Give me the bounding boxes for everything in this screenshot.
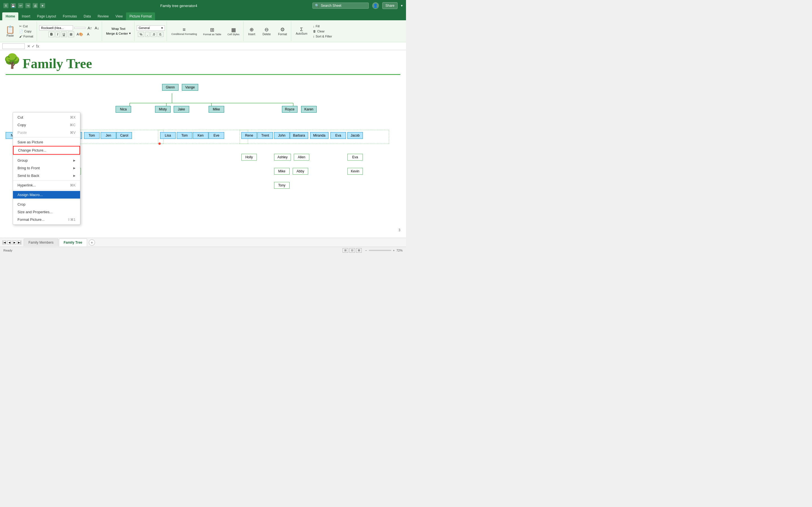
- cut-button[interactable]: ✂ Cut: [17, 24, 35, 29]
- add-sheet-button[interactable]: +: [89, 239, 95, 245]
- insert-cells-button[interactable]: ⊕ Insert: [246, 25, 257, 37]
- context-hyperlink[interactable]: Hyperlink... ⌘K: [13, 181, 80, 189]
- name-box[interactable]: Picture 1: [2, 43, 25, 49]
- tab-first-btn[interactable]: |◀: [2, 240, 6, 244]
- family-tree-title: Family Tree: [22, 56, 400, 71]
- tab-picture-format[interactable]: Picture Format: [126, 12, 155, 20]
- font-size-dropdown[interactable]: [74, 27, 86, 29]
- tab-page-layout[interactable]: Page Layout: [34, 12, 59, 20]
- context-size-properties[interactable]: Size and Properties...: [13, 208, 80, 216]
- zoom-out-icon[interactable]: −: [365, 249, 367, 252]
- cell-styles-button[interactable]: ▦ Cell Styles: [225, 25, 242, 37]
- context-crop[interactable]: Crop: [13, 201, 80, 208]
- search-placeholder: Search Sheet: [321, 4, 342, 8]
- font-color-button[interactable]: A: [86, 32, 91, 37]
- percent-button[interactable]: %: [138, 32, 144, 37]
- window-title: Family tree generator4: [160, 4, 197, 8]
- copy-button[interactable]: 📄 Copy: [17, 29, 35, 34]
- format-cells-button[interactable]: ⚙ Format: [276, 25, 289, 37]
- context-assign-macro[interactable]: Assign Macro...: [13, 191, 80, 199]
- tab-review[interactable]: Review: [94, 12, 112, 20]
- user-avatar[interactable]: 👤: [372, 2, 379, 9]
- sheet-tab-nav: |◀ ◀ ▶ ▶|: [2, 240, 21, 244]
- editing-group: Σ AutoSum ↓ Fill 🗑 Clear ↕ Sort & Filter: [292, 21, 336, 41]
- context-change-picture[interactable]: Change Picture...: [13, 146, 80, 155]
- redo-icon[interactable]: ↪: [26, 3, 31, 8]
- context-group[interactable]: Group ▶: [13, 157, 80, 164]
- wrap-text-button[interactable]: Wrap Text: [110, 26, 127, 31]
- tab-last-btn[interactable]: ▶|: [17, 240, 21, 244]
- tree-icon[interactable]: 🌳: [3, 53, 21, 69]
- underline-button[interactable]: U: [61, 32, 67, 37]
- number-format-dropdown[interactable]: General▾: [137, 25, 165, 31]
- insert-function-icon[interactable]: fx: [36, 44, 39, 48]
- increase-decimal-button[interactable]: .0: [151, 32, 156, 37]
- person-box-rene: Rene: [241, 132, 257, 139]
- conditional-formatting-button[interactable]: ≡ Conditional Formatting: [169, 25, 199, 37]
- italic-button[interactable]: I: [56, 32, 60, 37]
- customize-icon[interactable]: ▾: [40, 3, 45, 8]
- tab-view[interactable]: View: [112, 12, 126, 20]
- context-copy[interactable]: Copy ⌘C: [13, 121, 80, 129]
- format-as-table-button[interactable]: ⊞ Format as Table: [201, 25, 223, 37]
- person-box-eva-g3: Eva: [331, 132, 346, 139]
- context-bring-to-front[interactable]: Bring to Front ▶: [13, 164, 80, 172]
- save-icon[interactable]: 💾: [11, 3, 16, 8]
- share-button[interactable]: Share: [382, 2, 398, 9]
- font-shrink-button[interactable]: A↓: [94, 25, 100, 31]
- person-box-vange: Vange: [182, 84, 198, 91]
- tab-insert[interactable]: Insert: [18, 12, 34, 20]
- cancel-formula-icon[interactable]: ✕: [27, 44, 31, 48]
- tab-next-btn[interactable]: ▶: [12, 240, 16, 244]
- sort-filter-button[interactable]: ↕ Sort & Filter: [311, 34, 334, 39]
- font-grow-button[interactable]: A↑: [87, 25, 93, 31]
- sheet-tab-family-members[interactable]: Family Members: [24, 238, 58, 246]
- comma-button[interactable]: ,: [145, 32, 149, 37]
- tab-data[interactable]: Data: [80, 12, 94, 20]
- formula-input[interactable]: [42, 44, 404, 48]
- bold-button[interactable]: B: [49, 32, 54, 37]
- excel-icon: X: [3, 3, 8, 8]
- confirm-formula-icon[interactable]: ✓: [32, 44, 35, 48]
- person-box-royce: Royce: [282, 106, 297, 113]
- search-box[interactable]: 🔍 Search Sheet: [312, 3, 369, 9]
- fill-button[interactable]: ↓ Fill: [311, 24, 334, 29]
- undo-icon[interactable]: ↩: [18, 3, 23, 8]
- tab-home[interactable]: Home: [2, 12, 18, 20]
- format-button[interactable]: 🖌 Format: [17, 34, 35, 39]
- person-box-misty: Misty: [155, 106, 170, 113]
- highlight-color-button[interactable]: A🎨: [75, 32, 85, 37]
- delete-cells-button[interactable]: ⊖ Delete: [260, 25, 273, 37]
- person-box-lisa: Lisa: [160, 132, 175, 139]
- page-layout-view-icon[interactable]: ⊟: [349, 248, 355, 252]
- tab-formulas[interactable]: Formulas: [59, 12, 80, 20]
- clear-button[interactable]: 🗑 Clear: [311, 29, 334, 34]
- merge-center-button[interactable]: Merge & Center ▾: [104, 31, 133, 36]
- tab-prev-btn[interactable]: ◀: [7, 240, 11, 244]
- zoom-control: − + 72%: [365, 249, 403, 252]
- context-save-as-picture[interactable]: Save as Picture: [13, 138, 80, 146]
- page-break-view-icon[interactable]: ⊠: [356, 248, 362, 252]
- normal-view-icon[interactable]: ⊞: [343, 248, 348, 252]
- copy-label: Copy: [17, 123, 26, 127]
- font-size-buttons: A↑ A↓: [87, 25, 100, 31]
- paste-label: Paste: [17, 130, 27, 135]
- zoom-slider[interactable]: [369, 250, 391, 251]
- zoom-in-icon[interactable]: +: [393, 249, 395, 252]
- sheet-tab-family-tree[interactable]: Family Tree: [59, 238, 87, 246]
- context-send-to-back[interactable]: Send to Back ▶: [13, 172, 80, 179]
- sheet-content: 🌳 Family Tree Glenn: [0, 50, 406, 238]
- cells-group: ⊕ Insert ⊖ Delete ⚙ Format: [244, 21, 291, 41]
- decrease-decimal-button[interactable]: 0.: [158, 32, 163, 37]
- context-format-picture[interactable]: Format Picture... ⇧⌘1: [13, 216, 80, 223]
- print-icon[interactable]: 🖨: [33, 3, 38, 8]
- context-cut[interactable]: Cut ⌘X: [13, 114, 80, 121]
- person-box-karen: Karen: [301, 106, 317, 113]
- ribbon-toolbar: 📋 Paste ✂ Cut 📄 Copy 🖌 Format Rockwell (…: [0, 20, 406, 42]
- border-button[interactable]: ⊞: [68, 32, 74, 37]
- person-box-jacob: Jacob: [347, 132, 363, 139]
- font-name-dropdown[interactable]: Rockwell (Hea...: [39, 25, 73, 31]
- autosum-button[interactable]: Σ AutoSum: [294, 26, 310, 36]
- paste-button[interactable]: 📋 Paste: [4, 24, 16, 38]
- page-number: 3: [398, 228, 400, 232]
